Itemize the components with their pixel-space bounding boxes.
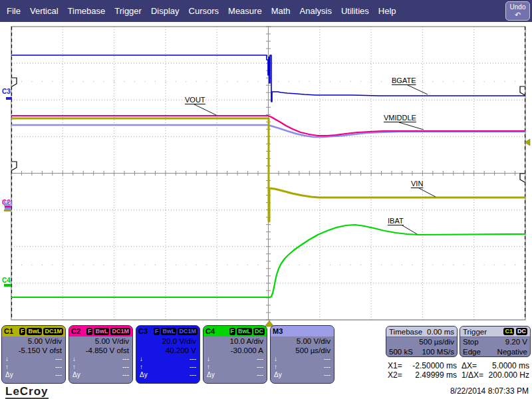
grid-dot (31, 265, 32, 265)
cursor-dx-readout: ΔX= 5.0000 ms (462, 361, 529, 370)
grid-dot (206, 265, 207, 265)
cursor-invdx-readout: 1/ΔX= 200.000 Hz (462, 370, 529, 380)
grid-dot (144, 265, 145, 265)
cursor-low-value: --- (257, 355, 263, 363)
badge-coupling: DC1M (110, 328, 130, 335)
volts-per-div: 20.0 V/div (136, 336, 200, 346)
datetime-stamp: 8/22/2014 8:07:33 PM (450, 386, 529, 396)
channel-marker-bar (6, 97, 12, 100)
grid-dot (247, 265, 248, 265)
grid-dot (464, 265, 464, 265)
grid-dot (360, 265, 361, 265)
channel-marker-c3: C3 (2, 88, 11, 95)
grid-dot (484, 265, 485, 265)
cursor-low-icon: ↓ (207, 355, 210, 363)
grid-dot (206, 81, 207, 82)
grid-dot (196, 81, 197, 82)
grid-dot (31, 81, 32, 82)
delta-y-value: --- (257, 371, 263, 379)
channel-box-c3[interactable]: C3 F BwL DC1M 20.0 V/div 40.200 V ↓--- ↑… (136, 325, 200, 384)
badge-coupling: DC1M (43, 328, 63, 335)
invdx-label: 1/ΔX= (462, 370, 483, 380)
grid-dot (515, 265, 515, 265)
grid-dot (104, 265, 104, 265)
grid-dot (392, 265, 392, 265)
channel-box-c2[interactable]: C2 F BwL DC1M 5.00 V/div -4.850 V ofst ↓… (68, 325, 133, 384)
channel-marker-m3: M3 (3, 200, 13, 207)
time-per-div: 500 µs/div (271, 346, 334, 355)
badge-bandwidth-limit: BwL (237, 328, 252, 335)
lecroy-logo: LeCroy (5, 386, 49, 399)
grid-dot (72, 265, 73, 265)
grid-dot (144, 81, 145, 82)
grid-dot (21, 265, 22, 265)
grid-dot (52, 81, 53, 82)
label-leader-bgate (408, 85, 428, 94)
grid-dot (453, 265, 454, 265)
trigger-box[interactable]: Trigger C1 DC Stop 9.20 V Edge Negative (460, 326, 531, 357)
grid-dot (330, 81, 331, 82)
grid-dot (340, 81, 340, 82)
cursor-x1-readout: X1= -2.50000 ms (388, 361, 457, 370)
grid-dot (176, 265, 176, 265)
timebase-box[interactable]: Timebase 0.00 ms 500 µs/div 500 kS 100 M… (386, 326, 458, 357)
x1-label: X1= (388, 361, 402, 370)
cursor-high-value: --- (324, 363, 331, 371)
grid-dot (505, 265, 505, 265)
grid-dot (453, 81, 454, 82)
grid-dot (42, 81, 43, 82)
cursor-high-icon: ↑ (274, 363, 277, 371)
label-ibat: IBAT (388, 217, 404, 225)
grid-dot (21, 81, 22, 82)
grid-dot (350, 265, 351, 265)
channel-label: C1 (4, 327, 13, 335)
grid-dot (494, 265, 495, 265)
delta-y-icon: Δy (140, 371, 148, 379)
timebase-rate: 100 MS/s (422, 347, 454, 357)
grid-dot (227, 265, 227, 265)
grid-dot (464, 81, 464, 82)
grid-dot (381, 265, 382, 265)
cursor-high-value: --- (190, 363, 196, 371)
grid-dot (432, 81, 433, 82)
grid-dot (432, 265, 433, 265)
grid-dot (217, 81, 217, 82)
grid-dot (52, 265, 53, 265)
grid-dot (258, 81, 259, 82)
badge-coupling: DC (253, 328, 265, 335)
badge-filter: F (86, 328, 93, 335)
grid-dot (402, 265, 402, 265)
badge-filter: F (154, 328, 160, 335)
badge-bandwidth-limit: BwL (27, 328, 42, 335)
cursor-low-value: --- (122, 355, 129, 363)
grid-dot (237, 81, 238, 82)
grid-dot (124, 265, 125, 265)
grid-dot (381, 81, 382, 82)
label-vout: VOUT (185, 96, 205, 104)
cursor-x2-readout: X2= 2.49999 ms (388, 370, 457, 380)
trigger-coupling-badge: DC (516, 328, 527, 335)
grid-dot (186, 265, 186, 265)
cursor-low-icon: ↓ (72, 355, 76, 363)
grid-dot (155, 81, 156, 82)
cursor-hook-marker (520, 174, 525, 182)
grid-dot (289, 265, 289, 265)
grid-dot (360, 81, 361, 82)
label-leader-vout (194, 104, 216, 115)
grid-dot (165, 81, 166, 82)
grid-dot (134, 265, 135, 265)
grid-dot (247, 81, 248, 82)
grid-dot (422, 265, 423, 265)
channel-box-c4[interactable]: C4 F BwL DC 10.0 A/div -30.000 A ↓--- ↑-… (203, 325, 267, 384)
cursor-low-value: --- (324, 355, 331, 363)
volts-per-div: 5.00 V/div (2, 336, 65, 346)
x2-label: X2= (388, 370, 402, 380)
grid-dot (165, 265, 166, 265)
cursor-high-value: --- (55, 363, 62, 371)
cursor-high-value: --- (257, 363, 263, 371)
math-box-m3[interactable]: M3 5.00 V/div 500 µs/div ↓--- ↑--- Δy--- (270, 325, 334, 384)
channel-box-c1[interactable]: C1 F BwL DC1M 5.00 V/div -5.150 V ofst ↓… (1, 325, 66, 384)
timebase-offset: 0.00 ms (427, 328, 454, 336)
grid-dot (340, 265, 340, 265)
x1-value: -2.50000 ms (412, 361, 457, 370)
